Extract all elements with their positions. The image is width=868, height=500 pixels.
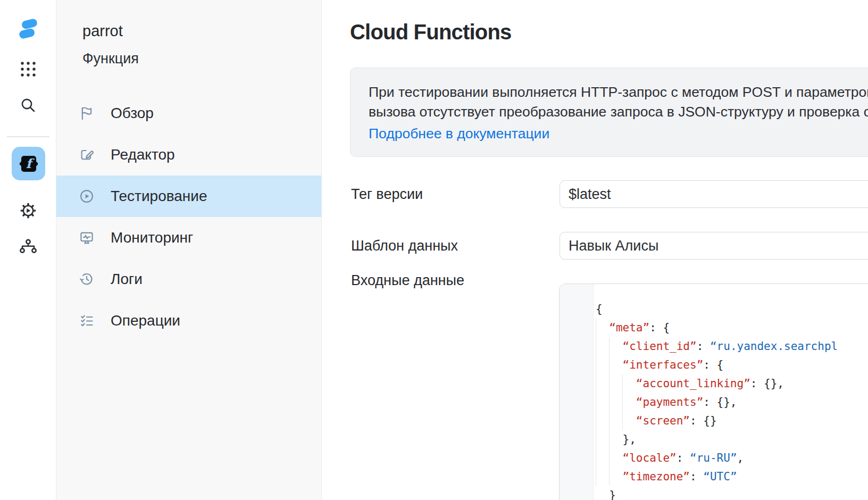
yandex-cloud-console: f parrot Функция Обзор: [0, 0, 868, 500]
flag-icon: [79, 105, 95, 121]
banner-text-line1: При тестировании выполняется HTTP-запрос…: [369, 82, 868, 102]
code-line: “meta”: {: [596, 319, 838, 337]
version-tag-label: Тег версии: [351, 181, 423, 207]
sidebar-item-history[interactable]: Логи: [56, 259, 321, 300]
sidebar-item-edit[interactable]: Редактор: [56, 134, 321, 176]
testing-info-banner: При тестировании выполняется HTTP-запрос…: [350, 68, 868, 157]
function-type-label: Функция: [82, 51, 139, 67]
sidebar-item-label: Логи: [111, 271, 143, 288]
sidebar-item-checklist[interactable]: Операции: [56, 300, 321, 341]
code-line: “interfaces”: {: [596, 356, 838, 374]
monitor-icon: [79, 230, 95, 246]
code-line: “screen”: {}: [596, 412, 838, 430]
services-menu-button[interactable]: [16, 57, 40, 81]
function-name: parrot: [82, 22, 123, 40]
sidebar-item-label: Мониторинг: [111, 229, 193, 246]
search-button[interactable]: [16, 94, 40, 117]
code-line: “client_id”: “ru.yandex.searchpl: [596, 337, 838, 356]
editor-gutter: [560, 284, 594, 500]
sidebar-item-label: Обзор: [111, 105, 154, 122]
input-data-code-editor[interactable]: { “meta”: { “client_id”: “ru.yandex.sear…: [559, 284, 868, 500]
page-title: Cloud Functions: [350, 20, 512, 44]
sidebar-nav: ОбзорРедакторТестированиеМониторингЛогиО…: [56, 93, 321, 341]
code-line: {: [596, 300, 838, 319]
input-data-label: Входные данные: [351, 272, 464, 288]
yandex-cloud-logo[interactable]: [13, 14, 43, 44]
gear-play-icon: [15, 198, 41, 223]
cloud-functions-service-icon: f: [16, 152, 41, 176]
data-template-label: Шаблон данных: [351, 232, 458, 259]
code-line: },: [596, 430, 838, 449]
code-line: “payments”: {},: [596, 393, 838, 412]
search-icon: [16, 94, 40, 117]
data-template-input[interactable]: [560, 232, 868, 260]
sidebar-item-label: Операции: [111, 312, 180, 329]
rail-item-operations-settings[interactable]: [15, 198, 41, 223]
rail-item-cloud-functions[interactable]: f: [12, 147, 45, 180]
sidebar-item-play-circle[interactable]: Тестирование: [56, 176, 321, 217]
app-rail: f: [0, 0, 56, 500]
documentation-link[interactable]: Подробнее в документации: [369, 126, 549, 142]
sidebar-item-label: Редактор: [111, 146, 175, 163]
sidebar-item-label: Тестирование: [111, 188, 207, 205]
banner-text-line2: вызова отсутствует преобразование запрос…: [369, 102, 868, 122]
checklist-icon: [79, 313, 95, 329]
main-content: Cloud Functions При тестировании выполня…: [322, 0, 868, 500]
cloud-logo-icon: [13, 14, 43, 44]
apps-grid-icon: [16, 57, 40, 81]
history-icon: [79, 271, 95, 287]
sidebar-item-monitor[interactable]: Мониторинг: [56, 217, 321, 259]
code-line: }: [596, 486, 838, 500]
resource-tree-icon: [15, 236, 41, 262]
code-line: “locale”: “ru-RU”,: [596, 449, 838, 468]
sidebar-item-flag[interactable]: Обзор: [56, 93, 321, 134]
json-code[interactable]: { “meta”: { “client_id”: “ru.yandex.sear…: [596, 300, 838, 500]
version-tag-input[interactable]: [560, 180, 868, 208]
play-circle-icon: [79, 188, 95, 204]
edit-icon: [79, 147, 95, 163]
rail-divider: [7, 136, 49, 137]
function-sidebar: parrot Функция ОбзорРедакторТестирование…: [56, 0, 322, 500]
code-line: “account_linking”: {},: [596, 374, 838, 393]
rail-item-resource-tree[interactable]: [15, 236, 41, 262]
code-line: ”timezone”: “UTC”: [596, 468, 838, 486]
